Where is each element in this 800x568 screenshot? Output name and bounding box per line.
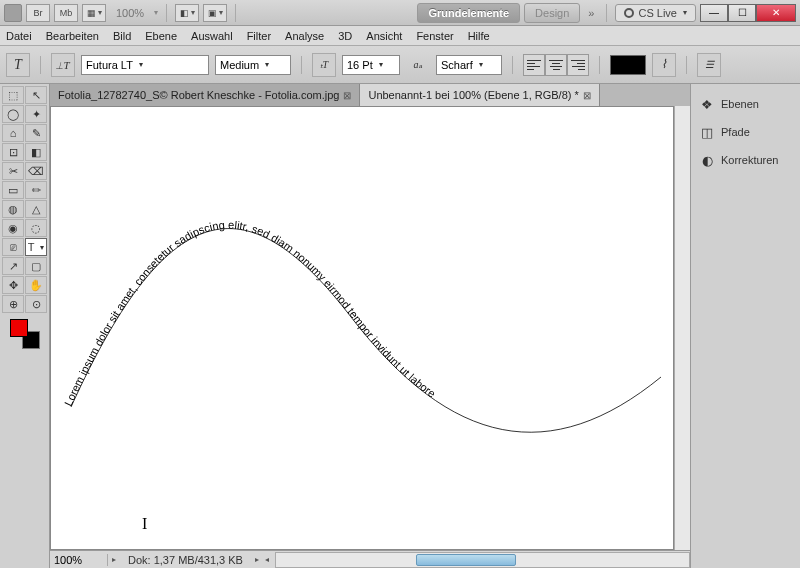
paths-icon: ◫ (699, 124, 715, 140)
layers-icon: ❖ (699, 96, 715, 112)
color-swatches[interactable] (10, 319, 40, 349)
font-weight-select[interactable]: Medium (215, 55, 291, 75)
menu-ebene[interactable]: Ebene (145, 30, 177, 42)
panel-korrekturen[interactable]: ◐Korrekturen (691, 146, 800, 174)
align-right-button[interactable] (567, 54, 589, 76)
tool-12[interactable]: ◍ (2, 200, 24, 218)
tool-17[interactable]: T (25, 238, 47, 256)
tool-22[interactable]: ⊕ (2, 295, 24, 313)
fg-color[interactable] (10, 319, 28, 337)
menu-3d[interactable]: 3D (338, 30, 352, 42)
maximize-button[interactable]: ☐ (728, 4, 756, 22)
adjustments-icon: ◐ (699, 152, 715, 168)
align-center-button[interactable] (545, 54, 567, 76)
menu-fenster[interactable]: Fenster (416, 30, 453, 42)
tool-0[interactable]: ⬚ (2, 86, 24, 104)
cslive-button[interactable]: CS Live▾ (615, 4, 696, 22)
menu-datei[interactable]: Datei (6, 30, 32, 42)
menu-filter[interactable]: Filter (247, 30, 271, 42)
bridge-button[interactable]: Br (26, 4, 50, 22)
zoom-level: 100% (116, 7, 144, 19)
tool-15[interactable]: ◌ (25, 219, 47, 237)
tool-7[interactable]: ◧ (25, 143, 47, 161)
menu-ansicht[interactable]: Ansicht (366, 30, 402, 42)
workspace-grundelemente[interactable]: Grundelemente (417, 3, 520, 23)
tool-23[interactable]: ⊙ (25, 295, 47, 313)
svg-text:Lorem ipsum dolor sit amet, co: Lorem ipsum dolor sit amet, consetetur s… (62, 218, 438, 407)
tool-8[interactable]: ✂ (2, 162, 24, 180)
font-family-select[interactable]: Futura LT (81, 55, 209, 75)
font-size-select[interactable]: 16 Pt (342, 55, 400, 75)
tool-14[interactable]: ◉ (2, 219, 24, 237)
close-icon[interactable]: ⊠ (583, 90, 591, 101)
tool-10[interactable]: ▭ (2, 181, 24, 199)
tool-1[interactable]: ↖ (25, 86, 47, 104)
screenmode-dropdown[interactable]: ▣ (203, 4, 227, 22)
text-color-swatch[interactable] (610, 55, 646, 75)
status-zoom[interactable]: 100% (50, 554, 108, 566)
minimize-button[interactable]: — (700, 4, 728, 22)
antialias-select[interactable]: Scharf (436, 55, 502, 75)
view-extras-dropdown[interactable]: ▦ (82, 4, 106, 22)
menu-hilfe[interactable]: Hilfe (468, 30, 490, 42)
fontsize-icon: ₜT (312, 53, 336, 77)
tab-fotolia[interactable]: Fotolia_12782740_S© Robert Kneschke - Fo… (50, 84, 360, 106)
tool-3[interactable]: ✦ (25, 105, 47, 123)
options-bar: T ⟂T Futura LT Medium ₜT 16 Pt aₐ Scharf… (0, 46, 800, 84)
tool-18[interactable]: ↗ (2, 257, 24, 275)
vertical-scrollbar[interactable] (674, 106, 690, 550)
canvas[interactable]: Lorem ipsum dolor sit amet, consetetur s… (50, 106, 674, 550)
horizontal-scrollbar[interactable] (275, 552, 690, 568)
tool-4[interactable]: ⌂ (2, 124, 24, 142)
tool-2[interactable]: ◯ (2, 105, 24, 123)
workspace-design[interactable]: Design (524, 3, 580, 23)
menu-bild[interactable]: Bild (113, 30, 131, 42)
document-tabs: Fotolia_12782740_S© Robert Kneschke - Fo… (50, 84, 690, 106)
tool-6[interactable]: ⊡ (2, 143, 24, 161)
tool-21[interactable]: ✋ (25, 276, 47, 294)
minibridge-button[interactable]: Mb (54, 4, 78, 22)
tool-11[interactable]: ✏ (25, 181, 47, 199)
close-button[interactable]: ✕ (756, 4, 796, 22)
app-icon (4, 4, 22, 22)
title-bar: Br Mb ▦ 100% ▾ ◧ ▣ Grundelemente Design … (0, 0, 800, 26)
right-panels: ❖Ebenen ◫Pfade ◐Korrekturen (690, 84, 800, 568)
tool-9[interactable]: ⌫ (25, 162, 47, 180)
toolbox: ⬚↖◯✦⌂✎⊡◧✂⌫▭✏◍△◉◌⎚T↗▢✥✋⊕⊙ (0, 84, 50, 568)
status-docinfo: Dok: 1,37 MB/431,3 KB (120, 554, 251, 566)
aa-icon: aₐ (406, 53, 430, 77)
status-bar: 100% ▸ Dok: 1,37 MB/431,3 KB ▸ ◂ (50, 550, 690, 568)
panel-ebenen[interactable]: ❖Ebenen (691, 90, 800, 118)
tool-16[interactable]: ⎚ (2, 238, 24, 256)
menu-bar: Datei Bearbeiten Bild Ebene Auswahl Filt… (0, 26, 800, 46)
warp-button[interactable]: ⌇ (652, 53, 676, 77)
tool-20[interactable]: ✥ (2, 276, 24, 294)
arrange-dropdown[interactable]: ◧ (175, 4, 199, 22)
close-icon[interactable]: ⊠ (343, 90, 351, 101)
tool-5[interactable]: ✎ (25, 124, 47, 142)
menu-bearbeiten[interactable]: Bearbeiten (46, 30, 99, 42)
menu-auswahl[interactable]: Auswahl (191, 30, 233, 42)
align-left-button[interactable] (523, 54, 545, 76)
text-on-path: Lorem ipsum dolor sit amet, consetetur s… (51, 107, 671, 547)
panel-pfade[interactable]: ◫Pfade (691, 118, 800, 146)
tool-19[interactable]: ▢ (25, 257, 47, 275)
tab-unbenannt[interactable]: Unbenannt-1 bei 100% (Ebene 1, RGB/8) *⊠ (360, 84, 599, 106)
character-panel-button[interactable]: ☰ (697, 53, 721, 77)
orientation-button[interactable]: ⟂T (51, 53, 75, 77)
text-cursor-icon: I (142, 515, 147, 533)
tool-preset-icon[interactable]: T (6, 53, 30, 77)
tool-13[interactable]: △ (25, 200, 47, 218)
menu-analyse[interactable]: Analyse (285, 30, 324, 42)
